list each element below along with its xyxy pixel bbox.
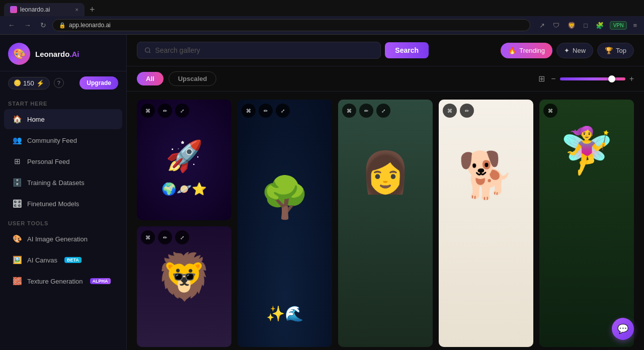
item-overlay-lion: ⌘ ✏ ⤢ (137, 226, 231, 248)
chat-button[interactable]: 💬 (612, 318, 634, 340)
cmd-btn-2[interactable]: ⌘ (242, 104, 256, 118)
top-bar-actions: 🔥 Trending ✦ New 🏆 Top (501, 43, 634, 58)
url-text: app.leonardo.ai (69, 22, 111, 29)
training-label: Training & Datasets (27, 179, 85, 187)
personal-label: Personal Feed (27, 158, 70, 165)
item-overlay-fairy: ⌘ (539, 100, 634, 122)
item-overlay-rocket: ⌘ ✏ ⤢ (137, 100, 231, 122)
brand-suffix: .Ai (69, 50, 79, 58)
active-tab[interactable]: leonardo.ai × (4, 3, 85, 16)
main-content: Search 🔥 Trending ✦ New 🏆 Top All (127, 35, 644, 350)
shield-btn[interactable]: 🛡 (551, 20, 561, 31)
credits-row: 🪙 150 ⚡ ? Upgrade (0, 71, 126, 95)
credits-amount: 150 (23, 79, 34, 87)
gallery-item-fairy[interactable]: ⌘ (539, 100, 634, 347)
vpn-badge: VPN (610, 21, 627, 30)
community-label: Community Feed (27, 137, 77, 144)
expand-btn-3[interactable]: ⤢ (376, 104, 390, 118)
credits-icon: 🪙 (14, 79, 21, 86)
top-icon: 🏆 (605, 47, 613, 54)
home-label: Home (27, 116, 45, 123)
tab-upscaled-button[interactable]: Upscaled (169, 71, 217, 86)
credits-help-btn[interactable]: ? (54, 78, 64, 88)
grid-view-btn[interactable]: ⊞ (536, 72, 547, 85)
search-input[interactable] (155, 46, 373, 54)
search-container: Search (137, 42, 429, 59)
sidebar-item-home[interactable]: 🏠 Home (4, 109, 122, 129)
top-button[interactable]: 🏆 Top (597, 43, 634, 58)
cmd-btn-6[interactable]: ⌘ (141, 230, 155, 244)
new-icon: ✦ (564, 47, 570, 54)
trending-label: Trending (519, 47, 545, 54)
training-icon: 🗄️ (12, 178, 22, 188)
sidebar-item-image-generation[interactable]: 🎨 AI Image Generation (4, 229, 122, 249)
gallery-item-rocket[interactable]: ⌘ ✏ ⤢ (137, 100, 231, 220)
brave-btn[interactable]: 🦁 (566, 20, 578, 31)
tab-all-button[interactable]: All (137, 72, 164, 85)
search-input-wrap (137, 42, 381, 59)
edit-btn-6[interactable]: ✏ (158, 230, 172, 244)
nav-actions: ↗ 🛡 🦁 □ 🧩 VPN ≡ (537, 20, 639, 31)
menu-btn[interactable]: ≡ (631, 20, 639, 31)
home-icon: 🏠 (12, 114, 22, 124)
edit-btn-2[interactable]: ✏ (259, 104, 273, 118)
bookmark-btn[interactable]: □ (582, 20, 590, 31)
nav-bar: ← → ↻ 🔒 app.leonardo.ai ↗ 🛡 🦁 □ 🧩 VPN ≡ (0, 16, 644, 34)
gallery-item-lion[interactable]: ⌘ ✏ ⤢ (137, 226, 231, 347)
zoom-minus[interactable]: − (551, 74, 555, 83)
user-tools-label: User Tools (0, 214, 126, 228)
lock-icon: 🔒 (59, 22, 66, 29)
size-slider[interactable] (560, 77, 625, 80)
start-here-label: Start Here (0, 95, 126, 109)
sidebar-item-texture[interactable]: 🧱 Texture Generation ALPHA (4, 271, 122, 291)
trending-button[interactable]: 🔥 Trending (501, 43, 552, 58)
sidebar-item-personal-feed[interactable]: ⊞ Personal Feed (4, 151, 122, 171)
new-button[interactable]: ✦ New (556, 43, 593, 58)
new-tab-btn[interactable]: + (87, 5, 98, 15)
credits-badge: 🪙 150 ⚡ (8, 77, 50, 90)
beta-badge: BETA (64, 257, 82, 263)
search-icon (144, 47, 151, 54)
forward-btn[interactable]: → (21, 19, 34, 31)
upgrade-button[interactable]: Upgrade (79, 76, 118, 90)
refresh-btn[interactable]: ↻ (37, 19, 49, 31)
image-fairy (539, 100, 634, 347)
top-label: Top (616, 47, 626, 54)
gallery-item-dog[interactable]: ⌘ ✏ (439, 100, 533, 347)
gallery-scroll[interactable]: ⌘ ✏ ⤢ ⌘ ✏ ⤢ ⌘ (127, 92, 644, 350)
gallery-item-tree[interactable]: ⌘ ✏ ⤢ (237, 100, 332, 347)
sidebar-item-finetuned[interactable]: 🎛️ Finetuned Models (4, 194, 122, 214)
address-bar[interactable]: 🔒 app.leonardo.ai (52, 19, 530, 31)
edit-btn-3[interactable]: ✏ (359, 104, 373, 118)
sidebar-item-canvas[interactable]: 🖼️ AI Canvas BETA (4, 250, 122, 270)
gallery-item-woman[interactable]: ⌘ ✏ ⤢ (338, 100, 433, 347)
sidebar: Leonardo.Ai 🪙 150 ⚡ ? Upgrade Start Here… (0, 35, 127, 350)
expand-btn-1[interactable]: ⤢ (175, 104, 189, 118)
chat-icon: 💬 (617, 323, 628, 334)
sidebar-item-training[interactable]: 🗄️ Training & Datasets (4, 172, 122, 193)
tab-close-btn[interactable]: × (75, 7, 78, 13)
zoom-plus[interactable]: + (629, 74, 634, 83)
credits-symbol: ⚡ (36, 79, 44, 87)
size-slider-wrap[interactable] (560, 77, 625, 80)
image-gen-icon: 🎨 (12, 234, 22, 244)
image-gen-label: AI Image Generation (27, 235, 88, 243)
svg-point-0 (145, 48, 150, 52)
cmd-btn-1[interactable]: ⌘ (141, 104, 155, 118)
canvas-icon: 🖼️ (12, 255, 22, 265)
edit-btn-4[interactable]: ✏ (460, 104, 474, 118)
cmd-btn-3[interactable]: ⌘ (342, 104, 356, 118)
search-button[interactable]: Search (385, 42, 429, 58)
sidebar-item-community-feed[interactable]: 👥 Community Feed (4, 130, 122, 150)
cmd-btn-5[interactable]: ⌘ (543, 104, 557, 118)
finetuned-label: Finetuned Models (27, 200, 79, 208)
expand-btn-2[interactable]: ⤢ (276, 104, 290, 118)
image-dog (439, 100, 533, 347)
extensions-btn[interactable]: 🧩 (594, 20, 606, 31)
back-btn[interactable]: ← (5, 19, 18, 31)
share-btn[interactable]: ↗ (537, 20, 547, 31)
cmd-btn-4[interactable]: ⌘ (443, 104, 457, 118)
edit-btn-1[interactable]: ✏ (158, 104, 172, 118)
texture-icon: 🧱 (12, 276, 22, 286)
expand-btn-6[interactable]: ⤢ (175, 230, 189, 244)
